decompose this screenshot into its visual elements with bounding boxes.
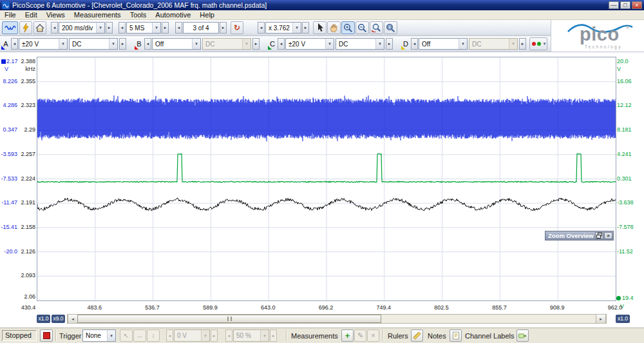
title-bar[interactable]: PicoScope 6 Automotive - [Chevrolet_Colo… — [0, 0, 644, 10]
zoom-overview-tool-button[interactable] — [384, 21, 397, 34]
lightning-icon — [22, 23, 30, 32]
timebase-increase-button[interactable]: ▸ — [106, 22, 113, 34]
zoom-overview-window[interactable]: Zoom Overview × — [545, 231, 614, 240]
channel-b-controls: B◂Off▾DC▾▸ — [135, 36, 260, 52]
menu-views[interactable]: Views — [42, 11, 70, 19]
channel-C-label[interactable]: C — [269, 38, 276, 50]
channel-B-range-down-button[interactable]: ◂ — [144, 38, 151, 50]
channel-d-controls: D◂Off▾DC▾▸ — [402, 36, 527, 52]
channel-D-range-up-button[interactable]: ▸ — [519, 38, 526, 50]
axis-math-label: 2.355 — [19, 78, 35, 84]
notes-label: Notes — [428, 332, 446, 340]
waveform-view-button[interactable] — [2, 21, 18, 34]
channel-D-range-select[interactable]: Off▾ — [419, 38, 468, 50]
zoom-badge-left-2[interactable]: x9.0 — [52, 315, 65, 323]
channel-B-range-up-button[interactable]: ▸ — [252, 38, 260, 50]
pico-logo-panel: pico ® Technology — [551, 20, 644, 52]
normal-selection-tool-button[interactable] — [313, 21, 327, 34]
waveform-icon — [5, 24, 16, 32]
buffer-next-button[interactable]: ▸ — [220, 22, 227, 34]
channel-D-range-down-button[interactable]: ◂ — [411, 38, 418, 50]
add-measurement-button[interactable]: + — [341, 329, 354, 342]
label-tag-icon — [518, 332, 527, 340]
scrollbar-thumb[interactable] — [77, 315, 381, 323]
channel-B-label[interactable]: B — [135, 38, 143, 50]
channel-toolbar: ▾ A◂±20 V▾DC▾▸B◂Off▾DC▾▸C◂±20 V▾DC▾▸D◂Of… — [0, 36, 644, 52]
channel-c-axis-marker[interactable] — [616, 296, 621, 300]
zoom-decrease-button[interactable]: ◂ — [258, 22, 265, 34]
close-button[interactable]: × — [632, 1, 642, 9]
home-icon — [35, 24, 44, 32]
separator — [55, 330, 57, 341]
channel-a-axis-marker[interactable] — [1, 59, 6, 64]
hand-pan-tool-button[interactable] — [327, 21, 341, 34]
undo-zoom-tool-button[interactable] — [370, 21, 383, 34]
x-axis-label: 643.0 — [252, 304, 284, 311]
channel-A-range-select[interactable]: ±20 V▾ — [19, 38, 68, 50]
zoom-badge-right[interactable]: x1.0 — [616, 315, 630, 323]
timebase-select[interactable]: 200 ms/div ▾ — [59, 22, 105, 34]
channel-C-coupling-select[interactable]: DC▾ — [336, 38, 384, 50]
axis-a-label: -3.593 — [0, 151, 17, 157]
menu-measurements[interactable]: Measurements — [70, 11, 126, 19]
notes-button[interactable] — [450, 329, 462, 342]
scroll-left-button[interactable]: ◂ — [68, 315, 78, 323]
registered-mark: ® — [626, 25, 629, 30]
channel-labels-button[interactable] — [516, 329, 529, 342]
channel-A-range-down-button[interactable]: ◂ — [11, 38, 18, 50]
home-button[interactable] — [33, 21, 46, 34]
menu-tools[interactable]: Tools — [126, 11, 151, 19]
connect-detect-button[interactable]: ▾ — [529, 37, 547, 50]
waveform-plot[interactable]: Zoom Overview × — [37, 57, 616, 301]
maximize-button[interactable]: □ — [620, 1, 630, 9]
buffer-refresh-button[interactable]: ↻ — [231, 21, 243, 34]
minimize-button[interactable]: — — [609, 1, 619, 9]
zoom-overview-restore-button[interactable] — [595, 232, 603, 239]
channel-A-label[interactable]: A — [2, 38, 10, 50]
auto-setup-button[interactable] — [19, 21, 32, 34]
menu-file[interactable]: File — [0, 11, 21, 19]
scope-display: Zoom Overview × 2.17 2.388 V kHz 20.0 V … — [0, 52, 644, 328]
menu-edit[interactable]: Edit — [21, 11, 42, 19]
trigger-mode-select[interactable]: None ▾ — [82, 329, 116, 342]
trigger-span-icon: ↔ — [137, 332, 143, 339]
zoom-out-tool-button[interactable] — [355, 21, 369, 34]
menu-help[interactable]: Help — [195, 11, 219, 19]
horizontal-scrollbar[interactable]: ◂ ▸ — [67, 314, 607, 324]
zoom-factor-select[interactable]: x 3.762 ▾ — [265, 22, 301, 34]
window-controls: — □ × — [609, 1, 642, 9]
zoom-increase-button[interactable]: ▸ — [302, 22, 309, 34]
channel-A-range-up-button[interactable]: ▸ — [119, 38, 126, 50]
start-stop-button[interactable] — [40, 329, 53, 342]
axis-math-label: 2.126 — [19, 248, 35, 255]
undo-zoom-icon — [372, 23, 381, 33]
channel-B-range-select[interactable]: Off▾ — [152, 38, 201, 50]
scroll-right-button[interactable]: ▸ — [596, 315, 606, 323]
buffer-previous-button[interactable]: ◂ — [175, 22, 182, 34]
samples-select[interactable]: 5 MS ▾ — [126, 22, 161, 34]
x-axis-label: 483.6 — [79, 304, 111, 311]
timebase-decrease-button[interactable]: ◂ — [51, 22, 58, 34]
channel-C-range-select[interactable]: ±20 V▾ — [285, 38, 334, 50]
zoom-in-tool-button[interactable] — [341, 21, 355, 34]
plot-grid — [37, 57, 616, 300]
menu-automotive[interactable]: Automotive — [151, 11, 195, 19]
zoom-in-icon — [343, 23, 353, 33]
zoom-badge-left-1[interactable]: x1.0 — [37, 315, 50, 323]
zoom-overview-close-button[interactable]: × — [604, 232, 612, 239]
samples-increase-button[interactable]: ▸ — [162, 22, 169, 34]
rulers-button[interactable] — [411, 329, 423, 342]
samples-decrease-button[interactable]: ◂ — [118, 22, 126, 34]
channel-A-coupling-select[interactable]: DC▾ — [69, 38, 118, 50]
pretrigger-increase: ▸ — [270, 329, 277, 342]
channel-C-range-up-button[interactable]: ▸ — [386, 38, 393, 50]
x-axis-label: 589.9 — [194, 304, 226, 311]
chevron-down-icon: ▾ — [325, 39, 334, 49]
axis-a-label: 8.226 — [0, 78, 17, 84]
channel-C-range-down-button[interactable]: ◂ — [278, 38, 285, 50]
buffer-indicator[interactable]: 3 of 4 — [183, 22, 219, 34]
trigger-label: Trigger — [59, 332, 81, 340]
axis-math-label: 2.093 — [19, 272, 35, 279]
buffer-value: 3 of 4 — [184, 24, 218, 32]
channel-D-label[interactable]: D — [402, 38, 410, 50]
